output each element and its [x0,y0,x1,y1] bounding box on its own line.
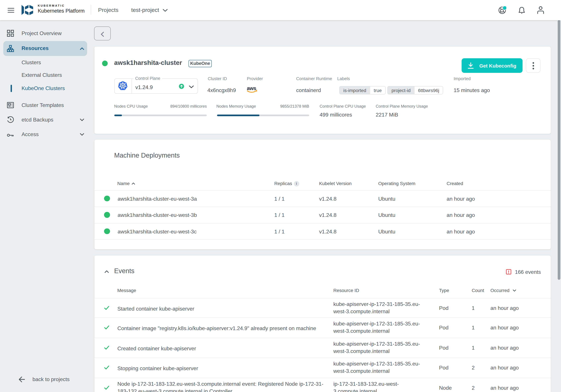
svg-text:aws: aws [247,85,256,91]
